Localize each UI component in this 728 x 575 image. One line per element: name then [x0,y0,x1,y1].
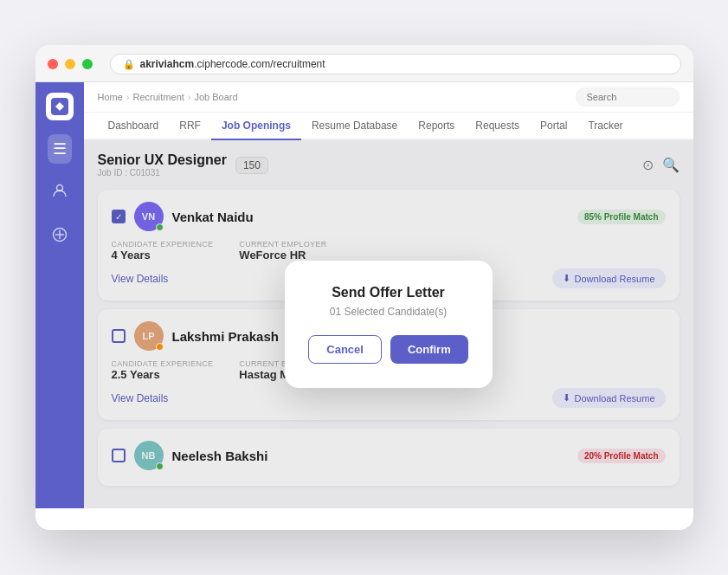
close-dot[interactable] [48,59,58,69]
nav-tabs: Dashboard RRF Job Openings Resume Databa… [84,113,693,140]
address-bar[interactable]: 🔒 akriviahcm.ciphercode.com/recruitment [110,54,681,74]
modal-overlay: Send Offer Letter 01 Selected Candidate(… [84,140,693,508]
analytics-icon [52,227,68,242]
breadcrumb-sep2: › [188,92,191,102]
tab-dashboard[interactable]: Dashboard [98,113,170,140]
minimize-dot[interactable] [65,59,75,69]
content-area: Senior UX Designer Job ID : C01031 150 ⊙… [84,140,693,508]
sidebar-item-person[interactable] [47,178,73,208]
logo [46,93,74,120]
breadcrumb-current: Job Board [194,92,237,102]
person-icon [52,183,68,198]
browser-window: 🔒 akriviahcm.ciphercode.com/recruitment … [35,45,693,530]
tab-rrf[interactable]: RRF [169,113,211,140]
tab-portal[interactable]: Portal [530,113,577,140]
sidebar-item-analytics[interactable] [47,222,73,252]
modal-subtitle: 01 Selected Candidate(s) [312,306,465,318]
confirm-button[interactable]: Confirm [390,335,468,364]
main-content: Home › Recruitment › Job Board Dashboard… [84,82,693,508]
modal-title: Send Offer Letter [312,285,465,300]
send-offer-modal: Send Offer Letter 01 Selected Candidate(… [285,261,493,388]
browser-controls: 🔒 akriviahcm.ciphercode.com/recruitment [48,54,681,74]
breadcrumb-sep1: › [126,92,130,102]
tab-tracker[interactable]: Tracker [577,113,633,140]
top-bar: Home › Recruitment › Job Board [84,82,693,113]
breadcrumb: Home › Recruitment › Job Board [98,92,238,102]
breadcrumb-recruitment: Recruitment [133,92,184,102]
tab-reports[interactable]: Reports [408,113,465,140]
lock-icon: 🔒 [123,59,135,70]
logo-icon [54,100,66,113]
browser-chrome: 🔒 akriviahcm.ciphercode.com/recruitment [35,45,693,82]
cancel-button[interactable]: Cancel [308,335,382,364]
maximize-dot[interactable] [82,59,93,69]
breadcrumb-home: Home [98,92,123,102]
sidebar-item-menu[interactable]: ☰ [48,134,72,164]
search-input[interactable] [576,87,680,107]
url-text: akriviahcm.ciphercode.com/recruitment [140,58,325,70]
modal-buttons: Cancel Confirm [312,335,465,364]
app-layout: ☰ Home › Recruitment [35,82,693,508]
tab-resume-database[interactable]: Resume Database [301,113,408,140]
sidebar: ☰ [35,82,84,508]
tab-job-openings[interactable]: Job Openings [211,113,301,140]
tab-requests[interactable]: Requests [465,113,530,140]
